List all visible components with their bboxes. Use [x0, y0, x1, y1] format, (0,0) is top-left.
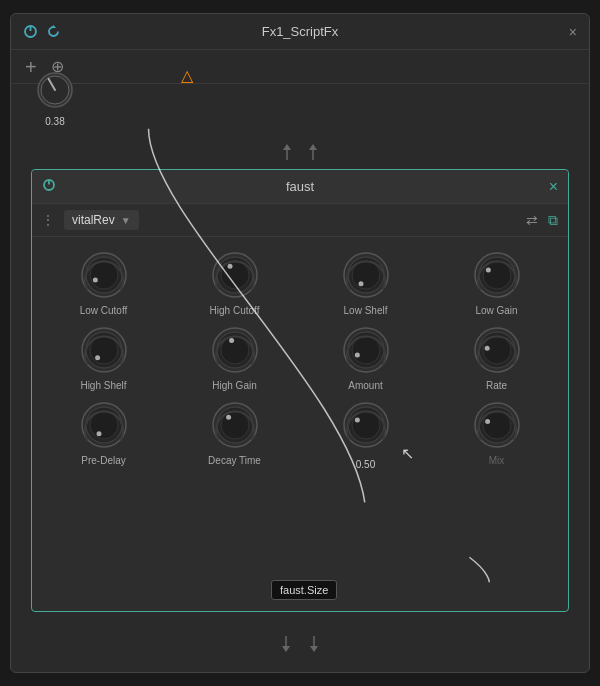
svg-point-55 [354, 418, 359, 423]
knob-label-low-cutoff: Low Cutoff [80, 305, 128, 316]
knob-mix[interactable] [471, 399, 523, 451]
plugin-icons-right: ⇄ ⧉ [526, 212, 558, 229]
top-arrows [281, 142, 319, 162]
knob-label-high-cutoff: High Cutoff [210, 305, 260, 316]
plugin-title: faust [286, 179, 314, 194]
knob-item-low-cutoff: Low Cutoff [42, 249, 165, 316]
svg-point-47 [96, 431, 101, 436]
knob-item-pre-delay: Pre-Delay [42, 399, 165, 470]
knob-pre-delay[interactable] [78, 399, 130, 451]
title-bar-icons [23, 24, 61, 39]
knob-item-mix: Mix [435, 399, 558, 470]
svg-point-35 [229, 338, 234, 343]
window-close[interactable]: × [569, 24, 577, 40]
arrow-down-left [280, 634, 292, 654]
svg-point-15 [92, 278, 97, 283]
arrow-up-right [307, 142, 319, 162]
knob-item-low-gain: Low Gain [435, 249, 558, 316]
knob-amount[interactable] [340, 324, 392, 376]
external-link-icon[interactable]: ⧉ [548, 212, 558, 229]
svg-point-31 [95, 355, 100, 360]
svg-point-43 [484, 346, 489, 351]
svg-point-51 [226, 415, 231, 420]
shuffle-icon[interactable]: ⇄ [526, 212, 538, 228]
knob-size[interactable] [340, 399, 392, 451]
knob-label-decay-time: Decay Time [208, 455, 261, 466]
cycle-icon[interactable] [46, 24, 61, 39]
svg-point-39 [354, 353, 359, 358]
top-knob[interactable] [35, 70, 75, 110]
knob-label-high-gain: High Gain [212, 380, 256, 391]
knob-item-rate: Rate [435, 324, 558, 391]
knob-item-high-shelf: High Shelf [42, 324, 165, 391]
knob-item-high-cutoff: High Cutoff [173, 249, 296, 316]
knob-high-shelf[interactable] [78, 324, 130, 376]
knob-low-shelf[interactable] [340, 249, 392, 301]
bottom-arrows [280, 634, 320, 654]
knob-label-amount: Amount [348, 380, 382, 391]
knob-label-mix: Mix [489, 455, 505, 466]
power-icon[interactable] [23, 24, 38, 39]
knob-item-decay-time: Decay Time [173, 399, 296, 470]
knob-label-low-shelf: Low Shelf [344, 305, 388, 316]
svg-marker-63 [310, 646, 318, 652]
preset-dots[interactable]: ⋮ [42, 213, 54, 227]
svg-marker-7 [283, 144, 291, 150]
window-title: Fx1_ScriptFx [262, 24, 339, 39]
preset-arrow-icon: ▼ [121, 215, 131, 226]
knob-value-size: 0.50 [356, 459, 375, 470]
plugin-subtoolbar: ⋮ vitalRev ▼ ⇄ ⧉ [32, 204, 568, 237]
svg-marker-9 [309, 144, 317, 150]
svg-marker-61 [282, 646, 290, 652]
plugin-panel: faust × ⋮ vitalRev ▼ ⇄ ⧉ [31, 169, 569, 612]
preset-dropdown[interactable]: vitalRev ▼ [64, 210, 139, 230]
svg-point-23 [358, 281, 363, 286]
knob-label-low-gain: Low Gain [475, 305, 517, 316]
svg-point-19 [227, 264, 232, 269]
plugin-title-bar: faust × [32, 170, 568, 204]
knob-rate[interactable] [471, 324, 523, 376]
svg-point-59 [485, 419, 490, 424]
knob-label-high-shelf: High Shelf [80, 380, 126, 391]
knob-low-cutoff[interactable] [78, 249, 130, 301]
knob-item-low-shelf: Low Shelf [304, 249, 427, 316]
preset-name: vitalRev [72, 213, 115, 227]
knobs-grid: Low Cutoff High Cutoff Low Shelf Low Gai… [32, 237, 568, 482]
knob-high-gain[interactable] [209, 324, 261, 376]
knob-high-cutoff[interactable] [209, 249, 261, 301]
top-knob-item: 0.38 [35, 70, 75, 127]
knob-item-size: 0.50 [304, 399, 427, 470]
knob-item-amount: Amount [304, 324, 427, 391]
knob-decay-time[interactable] [209, 399, 261, 451]
outer-window: Fx1_ScriptFx × + ⊕ △ 0.38 [10, 13, 590, 673]
knob-low-gain[interactable] [471, 249, 523, 301]
plugin-power-icon[interactable] [42, 178, 56, 196]
plugin-close[interactable]: × [549, 178, 558, 196]
top-knob-value: 0.38 [45, 116, 64, 127]
title-bar: Fx1_ScriptFx × [11, 14, 589, 50]
arrow-down-right [308, 634, 320, 654]
arrow-up-left [281, 142, 293, 162]
knob-label-rate: Rate [486, 380, 507, 391]
knob-item-high-gain: High Gain [173, 324, 296, 391]
knob-label-pre-delay: Pre-Delay [81, 455, 125, 466]
svg-point-27 [485, 268, 490, 273]
